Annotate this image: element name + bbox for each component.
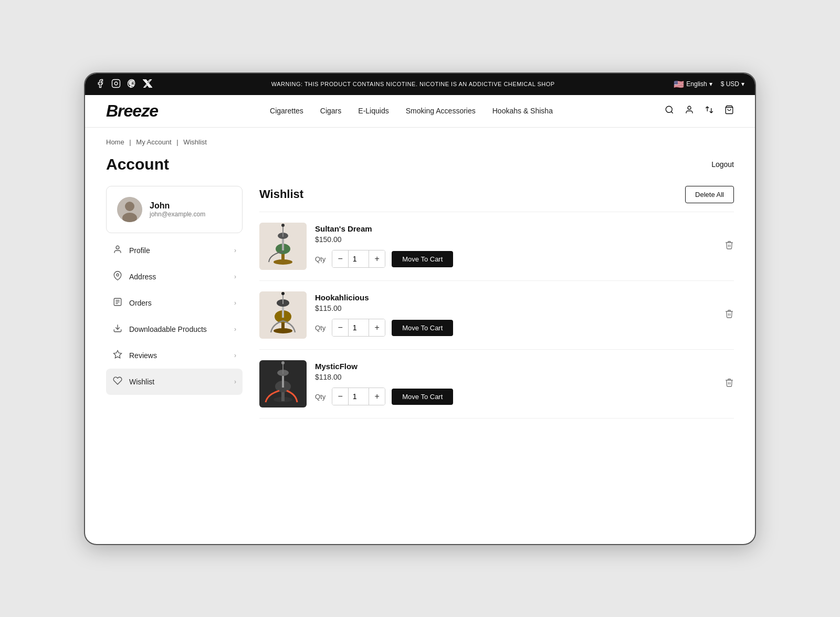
item-actions-3: Qty − + Move To Cart (315, 388, 734, 405)
breadcrumb-sep-1: | (129, 138, 131, 146)
site-header: Breeze Cigarettes Cigars E-Liquids Smoki… (85, 95, 755, 128)
delete-all-button[interactable]: Delete All (685, 186, 734, 203)
svg-rect-39 (282, 363, 284, 374)
item-image-2 (259, 291, 307, 339)
two-col-layout: John john@example.com Profile › (106, 186, 734, 419)
language-label: English (686, 80, 707, 88)
facebook-icon[interactable] (96, 79, 105, 90)
sidebar-item-wishlist[interactable]: Wishlist › (106, 369, 243, 395)
sidebar-item-downloadable[interactable]: Downloadable Products › (106, 316, 243, 342)
item-price-2: $115.00 (315, 304, 734, 312)
item-image-3 (259, 360, 307, 407)
chevron-icon: › (234, 273, 236, 280)
sidebar-label-profile: Profile (129, 246, 150, 255)
item-actions-1: Qty − + Move To Cart (315, 250, 734, 268)
currency-selector[interactable]: $ USD ▾ (721, 80, 744, 88)
item-name-3: MysticFlow (315, 362, 734, 371)
qty-label-2: Qty (315, 324, 326, 332)
move-to-cart-button-3[interactable]: Move To Cart (392, 389, 453, 405)
breadcrumb-sep-2: | (176, 138, 178, 146)
item-name-2: Hookahlicious (315, 293, 734, 302)
item-price-3: $118.00 (315, 373, 734, 381)
item-price-1: $150.00 (315, 235, 734, 244)
main-nav: Cigarettes Cigars E-Liquids Smoking Acce… (270, 107, 553, 115)
qty-label-3: Qty (315, 393, 326, 401)
nav-cigarettes[interactable]: Cigarettes (270, 107, 303, 115)
download-icon (112, 323, 123, 335)
qty-increase-1[interactable]: + (369, 250, 385, 267)
currency-chevron-icon: ▾ (741, 80, 744, 88)
pinterest-icon[interactable] (127, 79, 136, 90)
user-name: John (150, 201, 205, 211)
chevron-icon: › (234, 378, 236, 385)
qty-input-1[interactable] (348, 250, 369, 267)
qty-input-3[interactable] (348, 388, 369, 405)
chevron-icon: › (234, 247, 236, 254)
item-details-2: Hookahlicious $115.00 Qty − + Move To Ca… (315, 293, 734, 337)
wishlist-panel: Wishlist Delete All (259, 186, 734, 419)
chevron-icon: › (234, 326, 236, 333)
svg-rect-23 (282, 225, 284, 237)
x-icon[interactable] (143, 79, 152, 90)
compare-icon[interactable] (705, 105, 714, 117)
language-selector[interactable]: 🇺🇸 English ▾ (674, 79, 712, 89)
warning-text: WARNING: THIS PRODUCT CONTAINS NICOTINE.… (271, 81, 555, 87)
wishlist-item-2: Hookahlicious $115.00 Qty − + Move To Ca… (259, 280, 734, 349)
svg-point-2 (666, 106, 672, 112)
item-details-3: MysticFlow $118.00 Qty − + Move To Cart (315, 362, 734, 405)
instagram-icon[interactable] (111, 79, 121, 90)
user-email: john@example.com (150, 211, 205, 218)
sidebar-label-reviews: Reviews (129, 351, 157, 360)
wishlist-item-1: Sultan's Dream $150.00 Qty − + Move To C… (259, 212, 734, 280)
breadcrumb-home[interactable]: Home (106, 138, 124, 146)
cart-icon[interactable] (724, 105, 734, 117)
breadcrumb-my-account[interactable]: My Account (136, 138, 171, 146)
sidebar-menu: Profile › Address › (106, 237, 243, 395)
reviews-icon (112, 350, 123, 361)
sidebar-label-orders: Orders (129, 299, 152, 307)
sidebar: John john@example.com Profile › (106, 186, 243, 395)
qty-increase-3[interactable]: + (369, 388, 385, 405)
delete-item-button-3[interactable] (724, 378, 734, 390)
qty-control-3: − + (332, 388, 385, 405)
item-details-1: Sultan's Dream $150.00 Qty − + Move To C… (315, 224, 734, 268)
svg-point-7 (125, 202, 134, 211)
avatar (117, 197, 142, 222)
move-to-cart-button-1[interactable]: Move To Cart (392, 251, 453, 267)
item-name-1: Sultan's Dream (315, 224, 734, 233)
qty-decrease-3[interactable]: − (332, 388, 348, 405)
announcement-bar: WARNING: THIS PRODUCT CONTAINS NICOTINE.… (85, 74, 755, 95)
search-icon[interactable] (665, 105, 674, 117)
qty-increase-2[interactable]: + (369, 319, 385, 336)
site-logo[interactable]: Breeze (106, 101, 158, 121)
sidebar-item-orders[interactable]: Orders › (106, 290, 243, 316)
delete-item-button-1[interactable] (724, 240, 734, 252)
nav-hookahs[interactable]: Hookahs & Shisha (492, 107, 553, 115)
nav-smoking-accessories[interactable]: Smoking Accessories (406, 107, 476, 115)
svg-point-32 (281, 292, 285, 295)
svg-point-4 (688, 106, 691, 109)
qty-decrease-1[interactable]: − (332, 250, 348, 267)
move-to-cart-button-2[interactable]: Move To Cart (392, 320, 453, 336)
sidebar-item-reviews[interactable]: Reviews › (106, 342, 243, 369)
chevron-icon: › (234, 299, 236, 307)
svg-point-24 (281, 224, 285, 227)
sidebar-item-address[interactable]: Address › (106, 264, 243, 290)
account-icon[interactable] (685, 105, 694, 117)
qty-decrease-2[interactable]: − (332, 319, 348, 336)
nav-e-liquids[interactable]: E-Liquids (358, 107, 388, 115)
delete-item-button-2[interactable] (724, 309, 734, 321)
item-image-1 (259, 223, 307, 270)
account-title: Account (106, 155, 169, 173)
logout-button[interactable]: Logout (711, 160, 734, 169)
breadcrumb-current: Wishlist (183, 138, 207, 146)
qty-control-2: − + (332, 319, 385, 337)
device-frame: WARNING: THIS PRODUCT CONTAINS NICOTINE.… (84, 72, 756, 545)
qty-control-1: − + (332, 250, 385, 268)
qty-input-2[interactable] (348, 319, 369, 336)
sidebar-label-address: Address (129, 273, 156, 281)
orders-icon (112, 297, 123, 309)
sidebar-item-profile[interactable]: Profile › (106, 237, 243, 264)
nav-cigars[interactable]: Cigars (320, 107, 341, 115)
svg-point-40 (281, 361, 285, 364)
